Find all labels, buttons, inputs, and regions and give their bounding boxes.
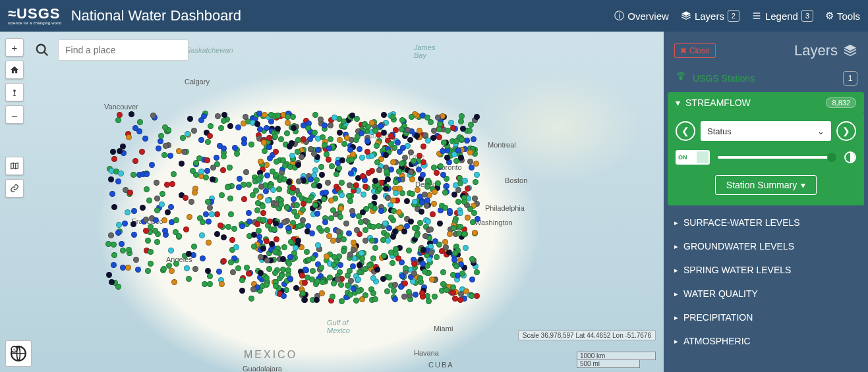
panel-header: ✖ Close Layers [664,32,868,65]
chevron-right-icon: ▸ [674,337,678,346]
layers-icon [681,11,691,21]
locate-button[interactable] [5,83,24,101]
category-label: SPRING WATER LEVELS [683,265,791,275]
main: Calgary Vancouver Saskatchewan James Bay… [0,32,868,372]
coordinates-readout: Scale 36,978,597 Lat 44.4652 Lon -51.767… [518,331,656,340]
category-streamflow[interactable]: ▾ STREAMFLOW 8,832 [668,92,864,113]
chevron-right-icon: ▸ [674,290,678,298]
stations-label: USGS Stations [693,73,755,84]
nav-layers-label: Layers [695,11,724,22]
map-controls-2 [5,157,24,198]
stations-count-badge: 1 [843,71,857,86]
category-groundwater-levels[interactable]: ▸GROUNDWATER LEVELS [664,234,868,258]
category-label: WATER QUALITY [683,288,758,299]
category-water-quality[interactable]: ▸WATER QUALITY [664,282,868,306]
category-label: ATMOSPHERIC [683,336,751,346]
broadcast-icon [674,72,687,85]
link-button[interactable] [5,179,24,198]
caret-down-icon: ▾ [801,180,805,190]
station-summary-button[interactable]: Station Summary ▾ [715,175,817,195]
chevron-down-icon: ▾ [676,97,680,108]
nav-legend-label: Legend [765,11,798,22]
status-select[interactable]: Status ⌄ [701,121,831,141]
basemap-button[interactable] [5,157,24,175]
map-controls: + – [5,38,24,124]
search-icon[interactable] [30,38,54,62]
category-surface-water-levels[interactable]: ▸SURFACE-WATER LEVELS [664,211,868,234]
svg-point-9 [680,77,681,79]
chevron-right-icon: ▸ [674,219,678,227]
nav-legend-badge: 3 [801,10,813,22]
toggle-label: ON [678,154,687,161]
chevron-down-icon: ⌄ [817,126,825,136]
globe-button[interactable]: ✎ [5,340,32,367]
close-label: Close [689,46,710,55]
contrast-icon[interactable] [844,151,856,163]
opacity-slider[interactable] [718,156,836,159]
nav-overview[interactable]: ⓘ Overview [614,10,669,22]
scale-mi: 500 mi [577,360,640,368]
category-atmospheric[interactable]: ▸ATMOSPHERIC [664,329,868,353]
logo-subtext: science for a changing world [8,21,62,25]
chevron-right-icon: ▸ [674,242,678,251]
nav-layers[interactable]: Layers 2 [681,10,739,22]
category-precipitation[interactable]: ▸PRECIPITATION [664,306,868,329]
map-canvas[interactable]: Calgary Vancouver Saskatchewan James Bay… [0,32,664,372]
category-label: STREAMFLOW [685,97,751,108]
svg-text:✎: ✎ [13,348,16,352]
slider-thumb [827,153,836,162]
panel-title: Layers [794,42,857,59]
nav-layers-badge: 2 [728,10,739,22]
toggle-row: ON [676,150,856,165]
search-input[interactable] [58,40,188,61]
category-list: ▸SURFACE-WATER LEVELS▸GROUNDWATER LEVELS… [664,211,868,353]
info-icon: ⓘ [614,10,624,22]
chevron-right-icon: ▸ [674,313,678,322]
home-button[interactable] [5,61,24,79]
layers-icon [843,43,857,58]
nav-tools[interactable]: ⚙ Tools [825,10,860,22]
scale-km: 1000 km [577,352,656,360]
category-label: PRECIPITATION [683,312,753,323]
usgs-logo[interactable]: ≈USGS science for a changing world [8,7,62,25]
selector-row: ❮ Status ⌄ ❯ [676,121,856,141]
status-select-label: Status [707,126,732,136]
toggle-knob [697,151,709,163]
app-title: National Water Dashboard [71,7,241,24]
category-spring-water-levels[interactable]: ▸SPRING WATER LEVELS [664,258,868,282]
header-nav: ⓘ Overview Layers 2 Legend 3 ⚙ Tools [614,10,860,22]
zoom-out-button[interactable]: – [5,105,24,124]
svg-point-4 [37,45,45,53]
svg-point-3 [13,90,16,92]
app-header: ≈USGS science for a changing world Natio… [0,0,868,32]
chevron-right-icon: ▸ [674,266,678,275]
category-label: GROUNDWATER LEVELS [683,241,794,252]
nav-overview-label: Overview [627,11,669,22]
streamflow-body: ❮ Status ⌄ ❯ ON Station Summary ▾ [668,113,864,205]
gear-icon: ⚙ [825,10,834,22]
nav-tools-label: Tools [837,11,860,22]
list-icon [751,11,762,21]
summary-label: Station Summary [726,180,797,190]
close-icon: ✖ [680,46,687,55]
prev-selector-button[interactable]: ❮ [676,121,695,141]
close-panel-button[interactable]: ✖ Close [674,43,716,58]
search-group [30,38,188,62]
header-left: ≈USGS science for a changing world Natio… [8,7,241,25]
category-count-pill: 8,832 [826,97,856,108]
scale-bar: 1000 km 500 mi [577,352,656,368]
logo-text: ≈USGS [8,7,62,21]
layers-panel: ✖ Close Layers USGS Stations 1 ▾ [664,32,868,372]
nav-legend[interactable]: Legend 3 [751,10,813,22]
layer-toggle[interactable]: ON [676,150,710,165]
stations-row[interactable]: USGS Stations 1 [664,65,868,92]
next-selector-button[interactable]: ❯ [836,121,856,141]
zoom-in-button[interactable]: + [5,38,24,57]
svg-line-5 [44,52,48,56]
panel-title-text: Layers [794,42,838,59]
station-dots-layer [0,32,664,372]
category-label: SURFACE-WATER LEVELS [683,217,800,228]
